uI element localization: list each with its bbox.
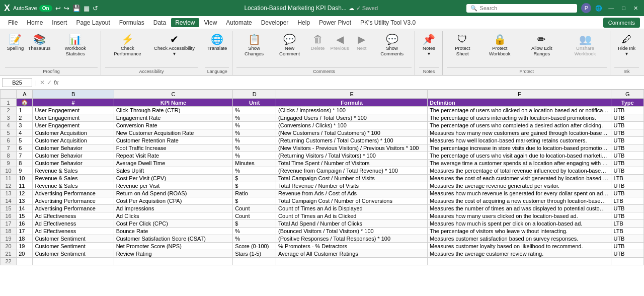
cell-b15[interactable]: Advertising Performance xyxy=(33,205,114,212)
cell-f6[interactable]: Measures how well location-based marketi… xyxy=(428,137,611,144)
cell-c5[interactable]: New Customer Acquisition Rate xyxy=(114,129,232,137)
cell-f14[interactable]: Measures the cost of acquiring a new cus… xyxy=(428,197,611,205)
cell-f7[interactable]: The percentage increase in store visits … xyxy=(428,144,611,152)
cell-a16[interactable]: 15 xyxy=(17,212,33,220)
cell-a4[interactable]: 3 xyxy=(17,122,33,129)
cell-c14[interactable]: Cost Per Acquisition (CPA) xyxy=(114,197,232,205)
cell-d20[interactable]: Score (0-100) xyxy=(233,243,276,250)
cell-g11[interactable]: LTB xyxy=(611,175,644,182)
cell-d19[interactable]: % xyxy=(233,235,276,243)
menu-home[interactable]: Home xyxy=(23,18,47,27)
cell-e8[interactable]: (Returning Visitors / Total Visitors) * … xyxy=(276,152,428,160)
cell-e9[interactable]: Total Time Spent / Number of Visitors xyxy=(276,160,428,167)
cell-b10[interactable]: Revenue & Sales xyxy=(33,167,114,175)
cell-f15[interactable]: Measures the number of times an ad was d… xyxy=(428,205,611,212)
check-accessibility-button[interactable]: ✔ Check Accessibility ▾ xyxy=(151,33,198,62)
cell-f1[interactable]: Definition xyxy=(428,99,611,107)
undo-icon[interactable]: ↩ xyxy=(55,5,61,12)
cell-a11[interactable]: 10 xyxy=(17,175,33,182)
cell-d21[interactable]: Stars (1-5) xyxy=(233,250,276,258)
cell-e15[interactable]: Count of Times an Ad is Displayed xyxy=(276,205,428,212)
cell-g22[interactable] xyxy=(611,258,644,265)
thesaurus-button[interactable]: 📚 Thesaurus xyxy=(27,33,52,62)
cell-f2[interactable]: The percentage of users who clicked on a… xyxy=(428,107,611,114)
cell-f11[interactable]: Measures the cost of each customer visit… xyxy=(428,175,611,182)
save-icon[interactable]: 💾 xyxy=(72,5,80,12)
translate-button[interactable]: 🌐 Translate xyxy=(205,33,229,62)
table-row[interactable]: 1918Customer SentimentCustomer Satisfact… xyxy=(1,235,644,243)
cell-d9[interactable]: Minutes xyxy=(233,160,276,167)
table-row[interactable]: 1🏠# KPI NameUnitFormulaDefinitionType xyxy=(1,99,644,107)
cell-f8[interactable]: The percentage of users who visit again … xyxy=(428,152,611,160)
autosave-toggle-btn[interactable]: On xyxy=(39,5,52,12)
cell-e19[interactable]: (Positive Responses / Total Responses) *… xyxy=(276,235,428,243)
menu-formulas[interactable]: Formulas xyxy=(115,18,148,27)
menu-review[interactable]: Review xyxy=(171,18,199,27)
cell-f16[interactable]: Measures how many users clicked on the l… xyxy=(428,212,611,220)
cell-c11[interactable]: Cost Per Visit (CPV) xyxy=(114,175,232,182)
maximize-btn[interactable]: □ xyxy=(620,5,627,11)
cell-d15[interactable]: Count xyxy=(233,205,276,212)
cell-f17[interactable]: Measures how much is spent per click on … xyxy=(428,220,611,228)
cell-c15[interactable]: Ad Impressions xyxy=(114,205,232,212)
show-changes-button[interactable]: 📋 Show Changes xyxy=(236,33,271,62)
cell-g5[interactable]: UTB xyxy=(611,129,644,137)
cell-d10[interactable]: % xyxy=(233,167,276,175)
cell-d18[interactable]: % xyxy=(233,228,276,235)
cell-d17[interactable]: $ xyxy=(233,220,276,228)
cell-b21[interactable]: Customer Sentiment xyxy=(33,250,114,258)
cell-e2[interactable]: (Clicks / Impressions) * 100 xyxy=(276,107,428,114)
hide-ink-button[interactable]: 🖊 Hide Ink ▾ xyxy=(614,33,639,62)
cell-b19[interactable]: Customer Sentiment xyxy=(33,235,114,243)
cell-a17[interactable]: 16 xyxy=(17,220,33,228)
sheet-container[interactable]: A B C D E F G 1🏠# KPI NameUnitFormulaDef… xyxy=(0,90,644,296)
comments-button[interactable]: Comments xyxy=(603,18,640,28)
menu-help[interactable]: Help xyxy=(293,18,314,27)
cell-a14[interactable]: 13 xyxy=(17,197,33,205)
cell-c22[interactable] xyxy=(114,258,232,265)
cell-a8[interactable]: 7 xyxy=(17,152,33,160)
cell-b14[interactable]: Advertising Performance xyxy=(33,197,114,205)
cell-e5[interactable]: (New Customers / Total Customers) * 100 xyxy=(276,129,428,137)
cell-c10[interactable]: Sales Uplift xyxy=(114,167,232,175)
table-row[interactable]: 1514Advertising PerformanceAd Impression… xyxy=(1,205,644,212)
cell-g13[interactable]: UTB xyxy=(611,190,644,197)
cell-d16[interactable]: Count xyxy=(233,212,276,220)
cell-c2[interactable]: Click-Through Rate (CTR) xyxy=(114,107,232,114)
notes-button[interactable]: 📌 Notes ▾ xyxy=(419,33,439,62)
cell-a19[interactable]: 18 xyxy=(17,235,33,243)
cell-d6[interactable]: % xyxy=(233,137,276,144)
cell-reference-box[interactable] xyxy=(2,78,32,87)
cell-d13[interactable]: Ratio xyxy=(233,190,276,197)
cell-e10[interactable]: (Revenue from Campaign / Total Revenue) … xyxy=(276,167,428,175)
cell-e3[interactable]: (Engaged Users / Total Users) * 100 xyxy=(276,114,428,122)
previous-comment-button[interactable]: ◀ Previous xyxy=(329,33,351,62)
cell-g19[interactable]: UTB xyxy=(611,235,644,243)
cell-g16[interactable]: UTB xyxy=(611,212,644,220)
cell-c9[interactable]: Average Dwell Time xyxy=(114,160,232,167)
col-header-g[interactable]: G xyxy=(611,90,644,99)
cell-c12[interactable]: Revenue per Visit xyxy=(114,182,232,190)
check-performance-button[interactable]: ⚡ Check Performance xyxy=(105,33,150,62)
cell-b3[interactable]: User Engagement xyxy=(33,114,114,122)
table-row[interactable]: 98Customer BehaviorAverage Dwell TimeMin… xyxy=(1,160,644,167)
cell-f3[interactable]: The percentage of users interacting with… xyxy=(428,114,611,122)
cell-d12[interactable]: $ xyxy=(233,182,276,190)
col-header-a[interactable]: A xyxy=(17,90,33,99)
cell-b16[interactable]: Ad Effectiveness xyxy=(33,212,114,220)
cell-a5[interactable]: 4 xyxy=(17,129,33,137)
cell-g3[interactable]: UTB xyxy=(611,114,644,122)
menu-file[interactable]: File xyxy=(4,18,22,27)
cell-f4[interactable]: The percentage of users who completed a … xyxy=(428,122,611,129)
cell-d1[interactable]: Unit xyxy=(233,99,276,107)
cell-g21[interactable]: UTB xyxy=(611,250,644,258)
cell-a9[interactable]: 8 xyxy=(17,160,33,167)
allow-edit-ranges-button[interactable]: ✏ Allow Edit Ranges xyxy=(521,33,562,62)
cell-b9[interactable]: Customer Behavior xyxy=(33,160,114,167)
redo-icon[interactable]: ↪ xyxy=(64,5,69,12)
table-row[interactable]: 43User EngagementConversion Rate%(Conver… xyxy=(1,122,644,129)
cell-a18[interactable]: 17 xyxy=(17,228,33,235)
table-row[interactable]: 32User EngagementEngagement Rate%(Engage… xyxy=(1,114,644,122)
cell-b17[interactable]: Ad Effectiveness xyxy=(33,220,114,228)
cell-e20[interactable]: % Promoters - % Detractors xyxy=(276,243,428,250)
